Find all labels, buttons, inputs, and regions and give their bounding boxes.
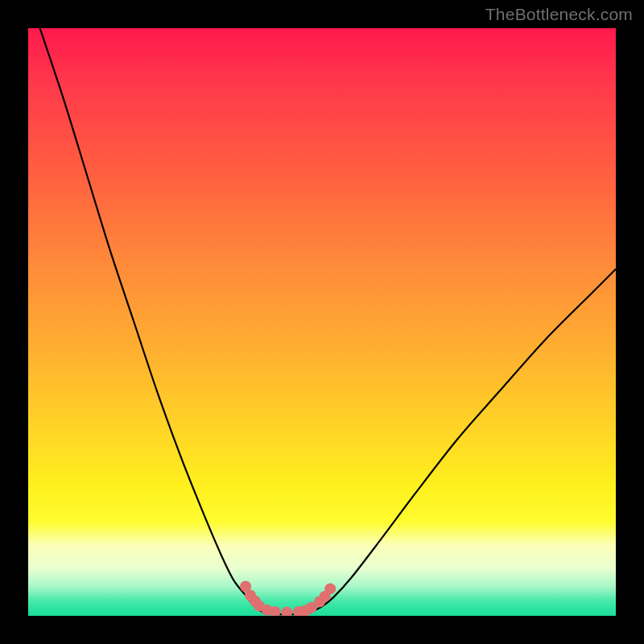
marker-dot <box>281 607 292 616</box>
chart-frame: TheBottleneck.com <box>0 0 644 644</box>
curve-layer <box>28 28 616 616</box>
marker-dot <box>324 583 336 594</box>
bottleneck-curve <box>40 28 616 614</box>
watermark-text: TheBottleneck.com <box>485 5 633 24</box>
plot-area <box>28 28 616 616</box>
curve-markers <box>240 581 336 617</box>
